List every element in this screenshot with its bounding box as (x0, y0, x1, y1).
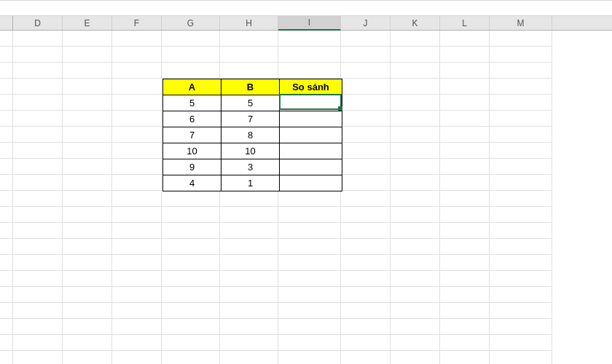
grid-cell[interactable] (391, 303, 440, 319)
grid-cell[interactable] (440, 335, 490, 351)
grid-cell[interactable] (63, 255, 112, 271)
grid-cell[interactable] (63, 319, 112, 335)
grid-cell[interactable] (112, 303, 162, 319)
grid-cell[interactable] (341, 47, 391, 63)
grid-cell[interactable] (391, 255, 440, 271)
grid-cell[interactable] (440, 351, 490, 364)
grid-cell[interactable] (63, 303, 112, 319)
grid-cell[interactable] (112, 223, 162, 239)
grid-cell[interactable] (391, 175, 440, 191)
grid-cell[interactable] (440, 31, 490, 47)
grid-cell[interactable] (278, 319, 341, 335)
grid-cell[interactable] (13, 351, 63, 364)
grid-cell[interactable] (112, 63, 162, 79)
grid-cell[interactable] (391, 207, 440, 223)
table-header-compare[interactable]: So sánh (280, 79, 342, 95)
grid-cell[interactable] (490, 319, 552, 335)
grid-cell[interactable] (440, 159, 490, 175)
grid-cell[interactable] (112, 271, 162, 287)
grid-cell[interactable] (341, 143, 391, 159)
grid-cell[interactable] (220, 351, 278, 364)
table-cell[interactable] (280, 143, 342, 159)
table-cell[interactable] (280, 159, 342, 175)
table-cell[interactable]: 7 (221, 111, 280, 127)
grid-cell[interactable] (220, 255, 278, 271)
grid-cell[interactable] (490, 223, 552, 239)
table-cell[interactable]: 4 (163, 175, 221, 191)
grid-cell[interactable] (112, 79, 162, 95)
grid-cell[interactable] (490, 159, 552, 175)
grid-cell[interactable] (112, 255, 162, 271)
grid-cell[interactable] (391, 159, 440, 175)
grid-cell[interactable] (391, 351, 440, 364)
grid-cell[interactable] (63, 111, 112, 127)
grid-cell[interactable] (391, 271, 440, 287)
spreadsheet-grid[interactable]: A B So sánh 55677810109341 (0, 31, 612, 364)
grid-cell[interactable] (13, 271, 63, 287)
grid-cell[interactable] (341, 207, 391, 223)
select-all-corner[interactable] (0, 16, 13, 31)
grid-cell[interactable] (391, 111, 440, 127)
formula-bar[interactable] (0, 0, 612, 16)
grid-cell[interactable] (220, 287, 278, 303)
column-header-l[interactable]: L (440, 16, 490, 30)
grid-cell[interactable] (391, 127, 440, 143)
grid-cell[interactable] (278, 47, 341, 63)
grid-cell[interactable] (112, 175, 162, 191)
grid-cell[interactable] (162, 351, 220, 364)
grid-cell[interactable] (440, 239, 490, 255)
grid-cell[interactable] (278, 351, 341, 364)
grid-cell[interactable] (278, 63, 341, 79)
grid-cell[interactable] (391, 319, 440, 335)
grid-cell[interactable] (220, 31, 278, 47)
table-cell[interactable]: 10 (221, 143, 280, 159)
table-cell[interactable]: 10 (163, 143, 221, 159)
grid-cell[interactable] (112, 127, 162, 143)
grid-cell[interactable] (341, 191, 391, 207)
grid-cell[interactable] (220, 319, 278, 335)
grid-cell[interactable] (391, 287, 440, 303)
grid-cell[interactable] (13, 111, 63, 127)
column-header-h[interactable]: H (220, 16, 278, 30)
grid-cell[interactable] (278, 287, 341, 303)
grid-cell[interactable] (162, 287, 220, 303)
grid-cell[interactable] (341, 239, 391, 255)
grid-cell[interactable] (162, 207, 220, 223)
column-header-d[interactable]: D (13, 16, 63, 30)
grid-cell[interactable] (278, 271, 341, 287)
grid-cell[interactable] (341, 95, 391, 111)
grid-cell[interactable] (13, 207, 63, 223)
table-cell[interactable]: 9 (163, 159, 221, 175)
grid-cell[interactable] (391, 223, 440, 239)
grid-cell[interactable] (440, 47, 490, 63)
grid-cell[interactable] (0, 143, 13, 159)
grid-cell[interactable] (341, 159, 391, 175)
grid-cell[interactable] (13, 143, 63, 159)
column-header-k[interactable]: K (391, 16, 440, 30)
column-header-i[interactable]: I (278, 16, 341, 31)
grid-cell[interactable] (13, 159, 63, 175)
grid-cell[interactable] (391, 143, 440, 159)
grid-cell[interactable] (490, 175, 552, 191)
grid-cell[interactable] (220, 271, 278, 287)
grid-cell[interactable] (13, 287, 63, 303)
table-cell[interactable] (280, 127, 342, 143)
grid-cell[interactable] (391, 335, 440, 351)
grid-cell[interactable] (341, 31, 391, 47)
grid-cell[interactable] (13, 47, 63, 63)
grid-cell[interactable] (0, 127, 13, 143)
grid-cell[interactable] (490, 47, 552, 63)
grid-cell[interactable] (220, 63, 278, 79)
grid-cell[interactable] (13, 175, 63, 191)
grid-cell[interactable] (341, 255, 391, 271)
column-header-j[interactable]: J (341, 16, 391, 30)
grid-cell[interactable] (440, 223, 490, 239)
grid-cell[interactable] (490, 127, 552, 143)
grid-cell[interactable] (391, 95, 440, 111)
grid-cell[interactable] (0, 175, 13, 191)
table-cell[interactable] (280, 111, 342, 127)
grid-cell[interactable] (440, 287, 490, 303)
table-cell[interactable]: 1 (221, 175, 280, 191)
grid-cell[interactable] (0, 111, 13, 127)
grid-cell[interactable] (13, 319, 63, 335)
